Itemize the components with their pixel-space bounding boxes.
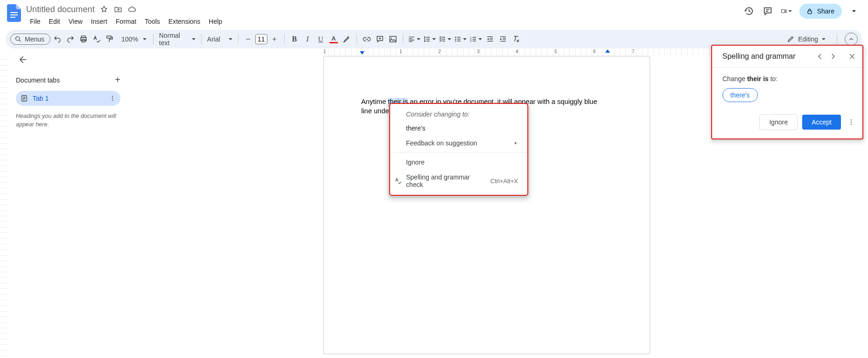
spell-close-button[interactable]: [848, 53, 856, 60]
spellcheck-button[interactable]: [91, 33, 103, 46]
svg-point-12: [455, 37, 456, 38]
tab-more-icon[interactable]: [109, 95, 116, 102]
svg-point-20: [112, 98, 113, 99]
svg-rect-0: [10, 12, 18, 13]
tab-label: Tab 1: [33, 95, 49, 102]
svg-point-11: [391, 38, 392, 39]
paragraph-style-dropdown[interactable]: Normal text: [157, 33, 197, 46]
add-comment-button[interactable]: [374, 33, 386, 46]
menu-help[interactable]: Help: [205, 16, 226, 27]
svg-point-5: [16, 37, 20, 41]
text-color-button[interactable]: A: [328, 33, 340, 46]
spell-panel-title: Spelling and grammar: [722, 52, 796, 61]
menu-insert[interactable]: Insert: [87, 16, 111, 27]
highlight-color-button[interactable]: [341, 33, 353, 46]
svg-text:3: 3: [470, 40, 471, 42]
context-suggestion[interactable]: there's: [390, 121, 527, 136]
undo-button[interactable]: [51, 33, 63, 46]
decrease-font-size-button[interactable]: [242, 33, 254, 46]
share-dropdown-icon[interactable]: [849, 7, 859, 16]
comments-icon[interactable]: [762, 6, 773, 17]
meet-icon[interactable]: [781, 6, 792, 17]
sidebar-back-button[interactable]: [16, 53, 29, 66]
svg-point-21: [112, 100, 113, 101]
context-shortcut: Ctrl+Alt+X: [490, 178, 518, 185]
svg-point-13: [455, 39, 456, 40]
decrease-indent-button[interactable]: [484, 33, 496, 46]
menu-view[interactable]: View: [65, 16, 86, 27]
spelling-grammar-panel: Spelling and grammar Change their is to:…: [711, 45, 863, 139]
outline-sidebar: Document tabs + Tab 1 Headings you add t…: [7, 48, 128, 356]
spellcheck-icon: [394, 177, 402, 185]
menu-file[interactable]: File: [26, 16, 44, 27]
document-title[interactable]: Untitled document: [26, 5, 95, 14]
line-spacing-button[interactable]: [422, 33, 437, 46]
insert-image-button[interactable]: [387, 33, 399, 46]
numbered-list-button[interactable]: 123: [469, 33, 483, 46]
italic-button[interactable]: I: [301, 33, 314, 46]
menu-edit[interactable]: Edit: [45, 16, 64, 27]
insert-link-button[interactable]: [361, 33, 373, 46]
spell-accept-button[interactable]: Accept: [802, 115, 841, 130]
docs-logo-icon[interactable]: [6, 4, 22, 22]
font-family-dropdown[interactable]: Arial: [205, 33, 234, 46]
share-label: Share: [817, 7, 834, 15]
vertical-ruler: [0, 48, 7, 356]
svg-rect-1: [10, 14, 18, 15]
editing-mode-dropdown[interactable]: Editing: [779, 35, 833, 43]
svg-point-23: [851, 122, 852, 123]
spell-suggestion-chip[interactable]: there's: [722, 88, 758, 102]
increase-indent-button[interactable]: [497, 33, 509, 46]
svg-point-24: [851, 124, 852, 124]
tab-icon: [21, 95, 28, 102]
spell-change-text: Change their is to:: [722, 75, 852, 83]
cloud-status-icon[interactable]: [127, 5, 137, 14]
first-line-indent-marker[interactable]: [360, 51, 364, 55]
checklist-button[interactable]: [438, 33, 452, 46]
context-ignore[interactable]: Ignore: [390, 155, 527, 170]
menu-format[interactable]: Format: [112, 16, 140, 27]
lock-icon: [806, 7, 813, 15]
collapse-toolbar-button[interactable]: [845, 33, 858, 46]
align-button[interactable]: [407, 33, 421, 46]
bold-button[interactable]: B: [288, 33, 301, 46]
increase-font-size-button[interactable]: [268, 33, 280, 46]
spell-next-button[interactable]: [829, 52, 837, 61]
add-tab-button[interactable]: +: [115, 75, 120, 85]
right-indent-marker[interactable]: [605, 49, 610, 53]
bulleted-list-button[interactable]: [453, 33, 468, 46]
svg-point-22: [851, 119, 852, 120]
svg-rect-3: [781, 10, 784, 13]
print-button[interactable]: [77, 33, 90, 46]
svg-rect-4: [808, 11, 812, 14]
svg-rect-2: [10, 17, 15, 18]
redo-button[interactable]: [64, 33, 77, 46]
svg-rect-9: [107, 36, 111, 38]
search-menus-button[interactable]: Menus: [10, 34, 50, 45]
menu-tools[interactable]: Tools: [141, 16, 164, 27]
underline-button[interactable]: U: [315, 33, 327, 46]
sidebar-hint: Headings you add to the document will ap…: [16, 112, 120, 129]
clear-formatting-button[interactable]: [510, 33, 522, 46]
sidebar-title: Document tabs: [16, 76, 60, 84]
font-size-input[interactable]: [255, 34, 267, 44]
paint-format-button[interactable]: [104, 33, 116, 46]
star-icon[interactable]: [99, 5, 109, 14]
svg-point-14: [455, 41, 456, 42]
tab-item[interactable]: Tab 1: [16, 91, 120, 106]
move-folder-icon[interactable]: [113, 5, 123, 14]
share-button[interactable]: Share: [799, 4, 842, 19]
spell-more-button[interactable]: [846, 118, 857, 126]
grammar-context-popup: Consider changing to: there's Feedback o…: [389, 103, 528, 196]
context-feedback[interactable]: Feedback on suggestion: [390, 136, 527, 151]
pencil-icon: [787, 35, 794, 43]
context-spellcheck[interactable]: Spelling and grammar check Ctrl+Alt+X: [390, 170, 527, 192]
submenu-arrow-icon: [513, 141, 518, 145]
menu-extensions[interactable]: Extensions: [165, 16, 204, 27]
spell-ignore-button[interactable]: Ignore: [759, 114, 798, 130]
svg-point-19: [112, 96, 113, 97]
spell-prev-button[interactable]: [816, 52, 824, 61]
history-icon[interactable]: [743, 6, 755, 17]
zoom-dropdown[interactable]: 100%: [117, 33, 149, 46]
document-page[interactable]: Anytime their is an error in you're docu…: [323, 56, 650, 354]
